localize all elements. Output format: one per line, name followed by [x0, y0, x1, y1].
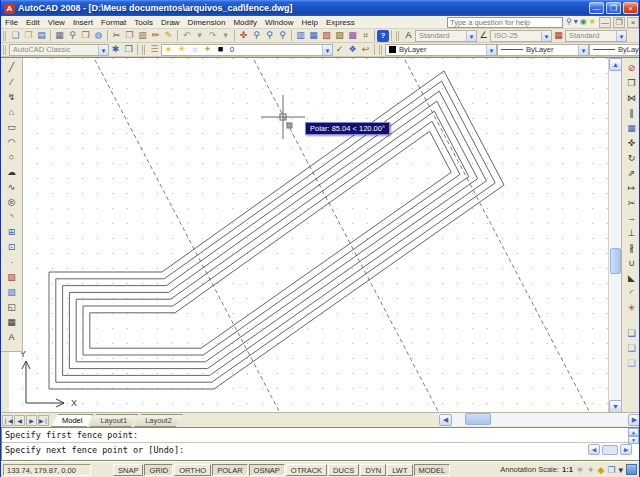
text-style-combo[interactable]: Standard ▾: [415, 30, 477, 42]
polygon-icon[interactable]: ⌂: [5, 105, 18, 120]
polyline-icon[interactable]: ↯: [5, 90, 18, 105]
next-tab-button[interactable]: ▶: [26, 415, 37, 426]
construction-line-icon[interactable]: ∕: [5, 75, 18, 90]
layer-bulb-icon[interactable]: ●: [162, 44, 175, 56]
toolbar-gripper[interactable]: [396, 31, 400, 41]
properties-palette-icon[interactable]: ▥: [294, 29, 307, 42]
child-minimize-button[interactable]: —: [599, 17, 611, 28]
tray-settings-icon[interactable]: ❐: [607, 464, 615, 476]
command-line-scrollbar[interactable]: ◀ ▶: [588, 444, 632, 455]
stretch-icon[interactable]: ↦: [625, 181, 638, 196]
annotation-scale-value[interactable]: 1:1: [562, 465, 573, 474]
chamfer-icon[interactable]: ◣: [625, 271, 638, 286]
linetype-combo[interactable]: ByLayer ▾: [497, 44, 589, 56]
revision-cloud-icon[interactable]: ☁: [5, 165, 18, 180]
menu-item-express[interactable]: Express: [322, 17, 359, 28]
dim-style-combo[interactable]: ISO-25 ▾: [490, 30, 552, 42]
menu-item-file[interactable]: File: [1, 17, 22, 28]
help-search-input[interactable]: [447, 17, 563, 28]
draworder-bring-to-front-icon[interactable]: ❑: [625, 326, 638, 341]
menu-item-modify[interactable]: Modify: [229, 17, 261, 28]
make-block-icon[interactable]: ⊡: [5, 240, 18, 255]
menu-item-edit[interactable]: Edit: [22, 17, 44, 28]
copy-icon[interactable]: ❐: [625, 76, 638, 91]
close-button[interactable]: ×: [623, 2, 638, 14]
make-object-layer-current-icon[interactable]: ✓: [333, 43, 346, 56]
toggle-lwt[interactable]: LWT: [387, 464, 412, 476]
tool-palettes-icon[interactable]: ▧: [320, 29, 333, 42]
menu-item-view[interactable]: View: [44, 17, 69, 28]
sheet-set-manager-icon[interactable]: ▨: [333, 29, 346, 42]
match-properties-icon[interactable]: ✏: [149, 29, 162, 42]
workspace-combo[interactable]: AutoCAD Classic ▾: [9, 44, 109, 56]
zoom-window-icon[interactable]: ⚲: [263, 29, 276, 42]
communication-center-icon[interactable]: ◉: [579, 17, 588, 27]
combo-arrow-icon[interactable]: ▾: [578, 45, 588, 55]
scale-icon[interactable]: ⇗: [625, 166, 638, 181]
paste-icon[interactable]: ▥: [136, 29, 149, 42]
menu-item-draw[interactable]: Draw: [157, 17, 184, 28]
tab-layout2[interactable]: Layout2: [134, 414, 183, 427]
point-icon[interactable]: ∙: [5, 255, 18, 270]
circle-icon[interactable]: ○: [5, 150, 18, 165]
first-tab-button[interactable]: ❘◀: [2, 415, 13, 426]
table-style-manager-icon[interactable]: ▦: [552, 29, 565, 42]
draworder-send-to-back-icon[interactable]: ❑: [625, 341, 638, 356]
text-style-manager-icon[interactable]: A: [402, 29, 415, 42]
toolbar-gripper[interactable]: [142, 45, 146, 55]
fillet-icon[interactable]: ◜: [625, 286, 638, 301]
publish-icon[interactable]: ❒: [79, 29, 92, 42]
extend-icon[interactable]: →: [625, 211, 638, 226]
search-magnifier-icon[interactable]: ⚲: [565, 17, 573, 27]
scroll-right-icon[interactable]: ▶: [628, 414, 640, 426]
favorites-star-icon[interactable]: ★: [588, 17, 597, 27]
layer-combo[interactable]: ●☀☼✦■ 0 ▾: [161, 44, 333, 56]
help-icon[interactable]: ?: [377, 30, 389, 42]
menu-item-format[interactable]: Format: [97, 17, 130, 28]
trim-icon[interactable]: ✂: [625, 196, 638, 211]
toolbar-gripper[interactable]: [3, 45, 7, 55]
my-workspace-icon[interactable]: ❒: [122, 43, 135, 56]
3d-dwf-icon[interactable]: ◍: [92, 29, 105, 42]
command-history[interactable]: Specify first fence point: ▲ ▼: [2, 428, 640, 443]
copy-clip-icon[interactable]: ❐: [123, 29, 136, 42]
coordinate-readout[interactable]: 133.74, 179.87, 0.00: [3, 464, 91, 476]
toggle-snap[interactable]: SNAP: [113, 464, 143, 476]
toggle-osnap[interactable]: OSNAP: [249, 464, 285, 476]
combo-arrow-icon[interactable]: ▾: [616, 31, 626, 41]
pan-realtime-icon[interactable]: ✜: [237, 29, 250, 42]
annotation-autoscale-icon[interactable]: ✦: [587, 464, 595, 476]
spline-icon[interactable]: ∿: [5, 180, 18, 195]
ellipse-arc-icon[interactable]: ◝: [5, 210, 18, 225]
quickcalc-icon[interactable]: ⌗: [359, 29, 372, 42]
save-file-icon[interactable]: ▤: [35, 29, 48, 42]
toggle-ducs[interactable]: DUCS: [328, 464, 359, 476]
table-style-combo[interactable]: Standard ▾: [565, 30, 627, 42]
layer-viewport-sun-icon[interactable]: ☼: [188, 44, 201, 56]
move-icon[interactable]: ✜: [625, 136, 638, 151]
gradient-icon[interactable]: ▧: [5, 285, 18, 300]
cut-icon[interactable]: ✂: [110, 29, 123, 42]
combo-arrow-icon[interactable]: ▾: [541, 31, 551, 41]
status-menu-arrow-icon[interactable]: ▾: [618, 464, 623, 476]
multiline-text-icon[interactable]: A: [5, 330, 18, 345]
toggle-otrack[interactable]: OTRACK: [286, 464, 327, 476]
vertical-scroll-thumb[interactable]: [610, 248, 621, 274]
zoom-realtime-icon[interactable]: ⚲: [250, 29, 263, 42]
offset-icon[interactable]: ∥: [625, 106, 638, 121]
minimize-button[interactable]: —: [589, 2, 604, 14]
cmd-scroll-left-icon[interactable]: ◀: [588, 444, 600, 455]
workspace-settings-icon[interactable]: ✱: [109, 43, 122, 56]
undo-dropdown-icon[interactable]: ▾: [193, 29, 206, 42]
layer-update-icon[interactable]: ❖: [346, 43, 359, 56]
toggle-model[interactable]: MODEL: [414, 464, 451, 476]
prev-tab-button[interactable]: ◀: [14, 415, 25, 426]
new-file-icon[interactable]: ❏: [9, 29, 22, 42]
break-icon[interactable]: ∦: [625, 241, 638, 256]
rotate-icon[interactable]: ↻: [625, 151, 638, 166]
layer-sun-icon[interactable]: ☀: [175, 44, 188, 56]
hatch-icon[interactable]: ▨: [5, 270, 18, 285]
combo-arrow-icon[interactable]: ▾: [466, 31, 476, 41]
color-combo[interactable]: ByLayer ▾: [385, 44, 497, 56]
command-prompt[interactable]: Specify next fence point or [Undo]: ◀ ▶: [2, 443, 640, 458]
